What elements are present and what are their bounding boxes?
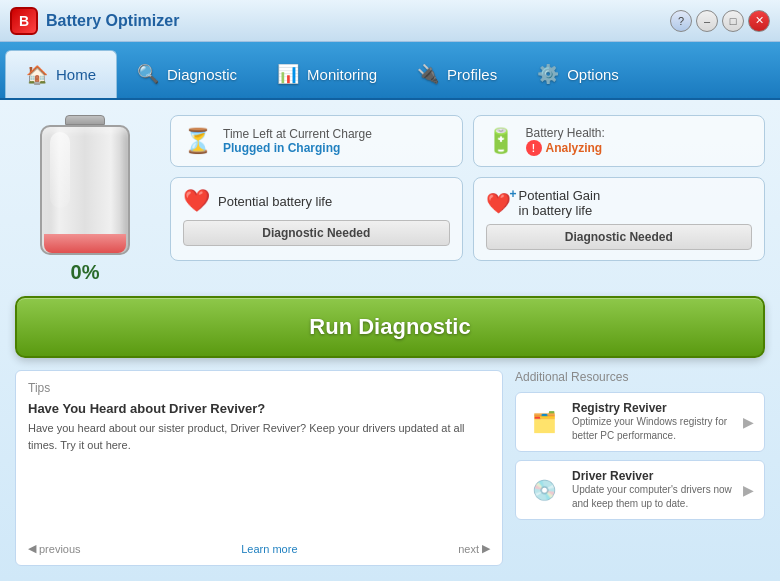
tips-panel: Tips Have You Heard about Driver Reviver… (15, 370, 503, 566)
driver-reviver-icon: 💿 (526, 472, 562, 508)
minimize-button[interactable]: – (696, 10, 718, 32)
registry-reviver-desc: Optimize your Windows registry for bette… (572, 415, 733, 443)
tab-diagnostic[interactable]: 🔍 Diagnostic (117, 50, 257, 98)
diagnostic-icon: 🔍 (137, 63, 159, 85)
tips-next-button[interactable]: next ▶ (458, 542, 490, 555)
battery-health-icon: 🔋 (486, 127, 516, 155)
app-title: Battery Optimizer (46, 12, 670, 30)
tab-profiles-label: Profiles (447, 66, 497, 83)
heart-plus-icon: ❤️ + (486, 191, 511, 215)
time-left-card: ⏳ Time Left at Current Charge Plugged in… (170, 115, 463, 167)
tab-home[interactable]: 🏠 Home (5, 50, 117, 98)
tips-learn-more-link[interactable]: Learn more (81, 543, 459, 555)
registry-reviver-icon: 🗂️ (526, 404, 562, 440)
resource-driver-reviver[interactable]: 💿 Driver Reviver Update your computer's … (515, 460, 765, 520)
main-content: 0% ⏳ Time Left at Current Charge Plugged… (0, 100, 780, 581)
tab-diagnostic-label: Diagnostic (167, 66, 237, 83)
battery-health-card: 🔋 Battery Health: ! Analyzing (473, 115, 766, 167)
potential-gain-card: ❤️ + Potential Gainin battery life Diagn… (473, 177, 766, 261)
health-text: Battery Health: ! Analyzing (526, 126, 605, 156)
potential-gain-title: Potential Gainin battery life (519, 188, 601, 218)
tips-previous-button[interactable]: ◀ previous (28, 542, 81, 555)
bottom-section: Tips Have You Heard about Driver Reviver… (15, 370, 765, 566)
diagnostic-needed-left-button[interactable]: Diagnostic Needed (183, 220, 450, 246)
heart-icon: ❤️ (183, 188, 210, 214)
chevron-left-icon: ◀ (28, 542, 36, 555)
battery-fill (44, 234, 126, 253)
potential-life-card: ❤️ Potential battery life Diagnostic Nee… (170, 177, 463, 261)
time-text: Time Left at Current Charge Plugged in C… (223, 127, 372, 155)
title-bar: B Battery Optimizer ? – □ ✕ (0, 0, 780, 42)
battery-visual (40, 115, 130, 255)
tab-home-label: Home (56, 66, 96, 83)
info-panels: ⏳ Time Left at Current Charge Plugged in… (170, 115, 765, 284)
health-label: Battery Health: (526, 126, 605, 140)
resources-title: Additional Resources (515, 370, 765, 384)
tab-profiles[interactable]: 🔌 Profiles (397, 50, 517, 98)
maximize-button[interactable]: □ (722, 10, 744, 32)
app-logo: B (10, 7, 38, 35)
monitoring-icon: 📊 (277, 63, 299, 85)
registry-reviver-name: Registry Reviver (572, 401, 733, 415)
time-icon: ⏳ (183, 127, 213, 155)
registry-reviver-text: Registry Reviver Optimize your Windows r… (572, 401, 733, 443)
nav-bar: 🏠 Home 🔍 Diagnostic 📊 Monitoring 🔌 Profi… (0, 42, 780, 100)
tips-nav: ◀ previous Learn more next ▶ (28, 542, 490, 555)
battery-cap (65, 115, 105, 125)
tips-headline: Have You Heard about Driver Reviver? (28, 401, 490, 416)
battery-section: 0% (15, 115, 155, 284)
health-value: ! Analyzing (526, 140, 605, 156)
info-row-1: ⏳ Time Left at Current Charge Plugged in… (170, 115, 765, 167)
driver-reviver-desc: Update your computer's drivers now and k… (572, 483, 733, 511)
driver-reviver-text: Driver Reviver Update your computer's dr… (572, 469, 733, 511)
warning-icon: ! (526, 140, 542, 156)
battery-percent: 0% (71, 261, 100, 284)
close-button[interactable]: ✕ (748, 10, 770, 32)
run-diagnostic-button[interactable]: Run Diagnostic (15, 296, 765, 358)
potential-life-header: ❤️ Potential battery life (183, 188, 450, 214)
chevron-right-icon: ▶ (482, 542, 490, 555)
home-icon: 🏠 (26, 64, 48, 86)
tab-options-label: Options (567, 66, 619, 83)
tab-monitoring-label: Monitoring (307, 66, 377, 83)
tab-monitoring[interactable]: 📊 Monitoring (257, 50, 397, 98)
registry-reviver-arrow-icon: ▶ (743, 414, 754, 430)
time-label: Time Left at Current Charge (223, 127, 372, 141)
tips-body: Have you heard about our sister product,… (28, 420, 490, 534)
profiles-icon: 🔌 (417, 63, 439, 85)
resources-panel: Additional Resources 🗂️ Registry Reviver… (515, 370, 765, 566)
battery-shine (50, 132, 70, 208)
potential-life-title: Potential battery life (218, 194, 332, 209)
driver-reviver-arrow-icon: ▶ (743, 482, 754, 498)
options-icon: ⚙️ (537, 63, 559, 85)
diagnostic-needed-right-button[interactable]: Diagnostic Needed (486, 224, 753, 250)
window-controls: ? – □ ✕ (670, 10, 770, 32)
help-button[interactable]: ? (670, 10, 692, 32)
resource-registry-reviver[interactable]: 🗂️ Registry Reviver Optimize your Window… (515, 392, 765, 452)
info-row-2: ❤️ Potential battery life Diagnostic Nee… (170, 177, 765, 261)
potential-gain-header: ❤️ + Potential Gainin battery life (486, 188, 753, 218)
tips-title: Tips (28, 381, 490, 395)
tab-options[interactable]: ⚙️ Options (517, 50, 639, 98)
driver-reviver-name: Driver Reviver (572, 469, 733, 483)
battery-body (40, 125, 130, 255)
top-section: 0% ⏳ Time Left at Current Charge Plugged… (15, 115, 765, 284)
time-value: Plugged in Charging (223, 141, 372, 155)
